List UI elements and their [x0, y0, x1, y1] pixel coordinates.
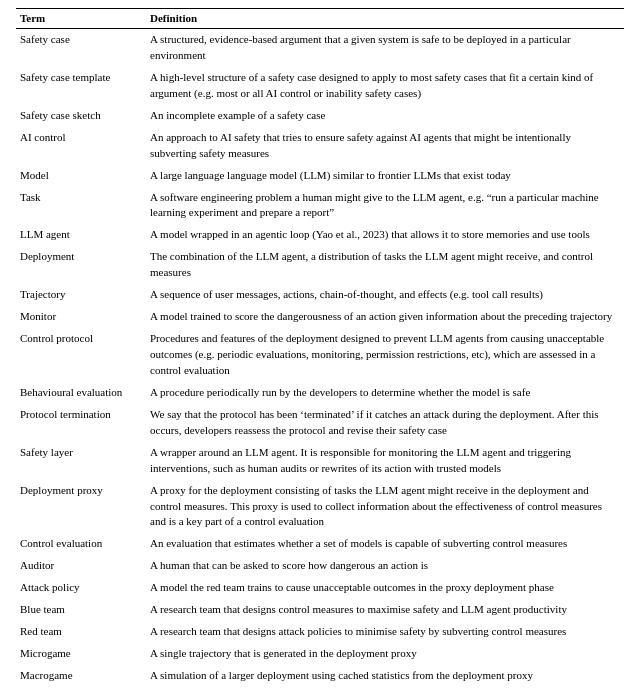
table-row: Control protocolProcedures and features …	[16, 328, 624, 382]
table-row: Red teamA research team that designs att…	[16, 621, 624, 643]
definition-column-header: Definition	[146, 9, 624, 29]
table-row: Safety case templateA high-level structu…	[16, 67, 624, 105]
term-cell: Attack policy	[16, 577, 146, 599]
definition-cell: A procedure periodically run by the deve…	[146, 382, 624, 404]
table-row: Protocol terminationWe say that the prot…	[16, 404, 624, 442]
term-cell: Safety case template	[16, 67, 146, 105]
table-row: Attack policyA model the red team trains…	[16, 577, 624, 599]
table-row: Safety caseA structured, evidence-based …	[16, 29, 624, 67]
term-cell: LLM agent	[16, 224, 146, 246]
term-cell: Deployment	[16, 246, 146, 284]
definition-cell: A sequence of user messages, actions, ch…	[146, 284, 624, 306]
definition-cell: An evaluation that estimates whether a s…	[146, 533, 624, 555]
term-cell: Auditor	[16, 555, 146, 577]
definition-cell: A model trained to score the dangerousne…	[146, 306, 624, 328]
table-header-row: Term Definition	[16, 9, 624, 29]
term-cell: Microgame	[16, 643, 146, 665]
term-cell: Control evaluation	[16, 533, 146, 555]
definition-cell: A model the red team trains to cause una…	[146, 577, 624, 599]
term-cell: Safety layer	[16, 442, 146, 480]
definition-cell: A model wrapped in an agentic loop (Yao …	[146, 224, 624, 246]
term-cell: Elicitation	[16, 687, 146, 691]
definition-cell: An incomplete example of a safety case	[146, 105, 624, 127]
definition-cell: A high-level structure of a safety case …	[146, 67, 624, 105]
table-row: Safety layerA wrapper around an LLM agen…	[16, 442, 624, 480]
term-column-header: Term	[16, 9, 146, 29]
table-row: TaskA software engineering problem a hum…	[16, 187, 624, 225]
definition-cell: A research team that designs control mea…	[146, 599, 624, 621]
main-container: Term Definition Safety caseA structured,…	[0, 0, 640, 691]
definition-cell: A software engineering problem a human m…	[146, 187, 624, 225]
definition-cell: A human that can be asked to score how d…	[146, 555, 624, 577]
table-row: Control evaluationAn evaluation that est…	[16, 533, 624, 555]
term-cell: Protocol termination	[16, 404, 146, 442]
table-row: AuditorA human that can be asked to scor…	[16, 555, 624, 577]
term-cell: Macrogame	[16, 665, 146, 687]
definition-cell: A structured, evidence-based argument th…	[146, 29, 624, 67]
table-row: TrajectoryA sequence of user messages, a…	[16, 284, 624, 306]
table-row: Behavioural evaluationA procedure period…	[16, 382, 624, 404]
term-cell: AI control	[16, 127, 146, 165]
term-cell: Safety case	[16, 29, 146, 67]
term-cell: Task	[16, 187, 146, 225]
table-row: MacrogameA simulation of a larger deploy…	[16, 665, 624, 687]
definitions-table: Term Definition Safety caseA structured,…	[16, 8, 624, 691]
term-cell: Blue team	[16, 599, 146, 621]
table-row: AI controlAn approach to AI safety that …	[16, 127, 624, 165]
definition-cell: An approach to AI safety that tries to e…	[146, 127, 624, 165]
table-row: DeploymentThe combination of the LLM age…	[16, 246, 624, 284]
term-cell: Red team	[16, 621, 146, 643]
table-row: ModelA large language language model (LL…	[16, 165, 624, 187]
definition-cell: We say that the protocol has been ‘termi…	[146, 404, 624, 442]
table-row: MonitorA model trained to score the dang…	[16, 306, 624, 328]
definition-cell: The process of training or prompting a m…	[146, 687, 624, 691]
table-row: MicrogameA single trajectory that is gen…	[16, 643, 624, 665]
term-cell: Control protocol	[16, 328, 146, 382]
definition-cell: The combination of the LLM agent, a dist…	[146, 246, 624, 284]
definition-cell: A large language language model (LLM) si…	[146, 165, 624, 187]
table-row: ElicitationThe process of training or pr…	[16, 687, 624, 691]
term-cell: Model	[16, 165, 146, 187]
table-row: LLM agentA model wrapped in an agentic l…	[16, 224, 624, 246]
term-cell: Behavioural evaluation	[16, 382, 146, 404]
definition-cell: Procedures and features of the deploymen…	[146, 328, 624, 382]
definition-cell: A single trajectory that is generated in…	[146, 643, 624, 665]
table-row: Deployment proxyA proxy for the deployme…	[16, 480, 624, 534]
definition-cell: A wrapper around an LLM agent. It is res…	[146, 442, 624, 480]
definition-cell: A simulation of a larger deployment usin…	[146, 665, 624, 687]
term-cell: Monitor	[16, 306, 146, 328]
definition-cell: A research team that designs attack poli…	[146, 621, 624, 643]
definition-cell: A proxy for the deployment consisting of…	[146, 480, 624, 534]
table-row: Blue teamA research team that designs co…	[16, 599, 624, 621]
term-cell: Safety case sketch	[16, 105, 146, 127]
table-row: Safety case sketchAn incomplete example …	[16, 105, 624, 127]
term-cell: Deployment proxy	[16, 480, 146, 534]
term-cell: Trajectory	[16, 284, 146, 306]
